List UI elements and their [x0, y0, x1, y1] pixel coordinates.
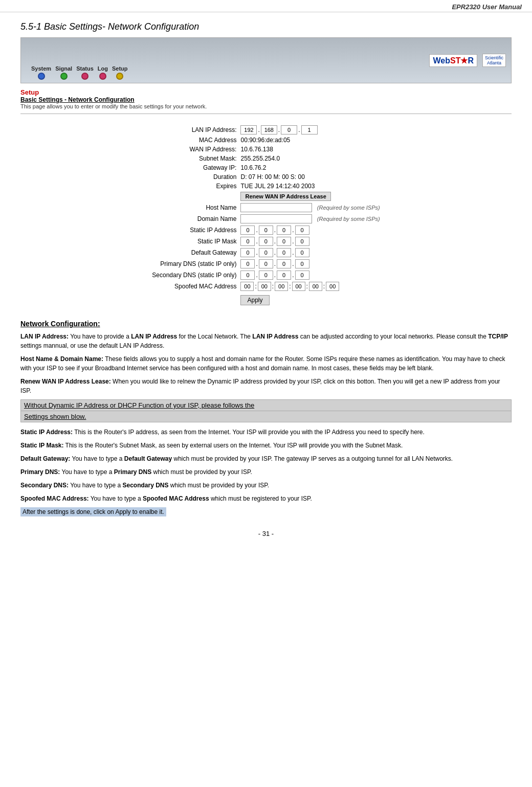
nav-tab-status[interactable]: Status	[76, 65, 94, 83]
static-mask-octet1[interactable]	[240, 237, 255, 246]
nav-tab-signal[interactable]: Signal	[55, 65, 72, 83]
nav-bar: System Signal Status Log Setup WebST★R	[20, 37, 512, 83]
nav-tab-setup[interactable]: Setup	[112, 65, 128, 83]
lan-ip-octet4[interactable]	[301, 125, 318, 134]
para-lan-ip-text3: can be adjusted according to your local …	[298, 333, 488, 340]
nav-dot-log	[99, 73, 106, 80]
para-static-ip-text: This is the Router's IP address, as seen…	[74, 429, 425, 436]
apply-button[interactable]: Apply	[240, 295, 269, 305]
static-mask-label: Static IP Mask	[150, 236, 238, 247]
spoof-mac-label: Spoofed MAC Address	[150, 281, 238, 292]
duration-value: D: 07 H: 00 M: 00 S: 00	[238, 172, 382, 182]
nav-tab-signal-label: Signal	[55, 65, 72, 72]
subnet-value: 255.255.254.0	[238, 154, 382, 163]
gateway-label: Gateway IP:	[150, 163, 238, 172]
page-title: 5.5-1 Basic Settings- Network Configurat…	[0, 12, 532, 37]
spoof-mac-group-cell: : : : : :	[238, 281, 382, 292]
row-host: Host Name (Required by some ISPs)	[150, 202, 382, 213]
wan-ip-label: WAN IP Address:	[150, 145, 238, 154]
ip-sep1: .	[258, 126, 259, 133]
webstar-logo: WebST★R	[429, 54, 477, 67]
static-mask-octet2[interactable]	[259, 237, 273, 246]
renew-address-lease-button[interactable]: Renew WAN IP Address Lease	[240, 192, 330, 201]
mac-octet3[interactable]	[275, 282, 288, 291]
def-gw-octet1[interactable]	[240, 248, 255, 257]
static-mask-group: . . .	[240, 237, 380, 246]
para-pri-dns-bold: Primary DNS	[114, 468, 151, 476]
nav-tab-log[interactable]: Log	[98, 65, 108, 83]
static-mask-octet4[interactable]	[295, 237, 309, 246]
mac-octet4[interactable]	[292, 282, 305, 291]
mac-label: MAC Address	[150, 136, 238, 145]
ip-sep3: .	[298, 126, 300, 133]
domain-label: Domain Name	[150, 213, 238, 224]
lan-ip-octet1[interactable]	[240, 125, 257, 134]
static-ip-group: . . .	[240, 226, 380, 235]
sec-dns-octet4[interactable]	[295, 271, 309, 280]
mac-octet1[interactable]	[240, 282, 254, 291]
para-sec-dns: Secondary DNS: You have to type a Second…	[20, 481, 512, 490]
para-default-gw-text1: You have to type a	[72, 455, 124, 462]
nav-dot-signal	[60, 73, 68, 80]
para-static-mask: Static IP Mask: This is the Router's Sub…	[20, 441, 512, 450]
wan-ip-value: 10.6.76.138	[238, 145, 382, 154]
para-static-ip-label: Static IP Address:	[20, 429, 73, 436]
static-ip-octet3[interactable]	[277, 226, 291, 235]
config-table: LAN IP Address: . . . MAC Address	[150, 124, 382, 306]
static-ip-octet4[interactable]	[295, 226, 309, 235]
static-ip-octet2[interactable]	[259, 226, 273, 235]
nav-tab-system-label: System	[31, 65, 51, 72]
lan-ip-octet3[interactable]	[281, 125, 297, 134]
static-mask-octet3[interactable]	[277, 237, 291, 246]
mac-octet5[interactable]	[309, 282, 322, 291]
lan-ip-label: LAN IP Address:	[150, 124, 238, 136]
row-subnet: Subnet Mask: 255.255.254.0	[150, 154, 382, 163]
row-renew: Renew WAN IP Address Lease	[150, 191, 382, 202]
host-name-input[interactable]	[240, 203, 312, 212]
spoof-mac-group: : : : : :	[240, 282, 380, 291]
ip-sep2: .	[278, 126, 280, 133]
row-spoof-mac: Spoofed MAC Address : : : : :	[150, 281, 382, 292]
pri-dns-octet1[interactable]	[240, 259, 255, 268]
sec-dns-octet2[interactable]	[259, 271, 273, 280]
static-ip-octet1[interactable]	[240, 226, 255, 235]
setup-breadcrumb: Basic Settings - Network Configuration	[20, 96, 512, 103]
row-static-mask: Static IP Mask . . .	[150, 236, 382, 247]
renew-btn-cell: Renew WAN IP Address Lease	[238, 191, 382, 202]
para-default-gw: Default Gateway: You have to type a Defa…	[20, 454, 512, 463]
pri-dns-octet2[interactable]	[259, 259, 273, 268]
row-expires: Expires TUE JUL 29 14:12:40 2003	[150, 182, 382, 191]
sec-dns-octet3[interactable]	[277, 271, 291, 280]
def-gw-octet2[interactable]	[259, 248, 273, 257]
host-note: (Required by some ISPs)	[314, 205, 380, 211]
para-sec-dns-bold: Secondary DNS	[122, 482, 168, 489]
para-lan-ip-text4: settings mannual, or use the default LAN…	[20, 342, 164, 349]
pri-dns-octet3[interactable]	[277, 259, 291, 268]
pri-dns-label: Primary DNS (static IP only)	[150, 258, 238, 269]
lan-ip-octet2[interactable]	[261, 125, 277, 134]
expires-value: TUE JUL 29 14:12:40 2003	[238, 182, 382, 191]
setup-section: Setup Basic Settings - Network Configura…	[20, 83, 512, 114]
nav-right: WebST★R ScientificAtlanta	[429, 54, 511, 67]
page-footer: - 31 -	[0, 525, 532, 543]
mac-octet6[interactable]	[326, 282, 339, 291]
domain-name-input[interactable]	[240, 214, 312, 223]
row-domain: Domain Name (Required by some ISPs)	[150, 213, 382, 224]
sec-dns-octet1[interactable]	[240, 271, 255, 280]
nav-tab-system[interactable]: System	[31, 65, 51, 83]
nav-dot-setup	[116, 73, 123, 80]
host-input-cell: (Required by some ISPs)	[238, 202, 382, 213]
para-lan-ip-label: LAN IP Address:	[20, 333, 69, 340]
pri-dns-octet4[interactable]	[295, 259, 309, 268]
nav-dot-status	[81, 73, 88, 80]
def-gw-octet4[interactable]	[295, 248, 309, 257]
mac-value: 00:90:96:de:ad:05	[238, 136, 382, 145]
highlight-box1-text: Without Dynamic IP Address or DHCP Funct…	[24, 401, 254, 409]
nav-dot-system	[38, 73, 45, 80]
def-gw-octet3[interactable]	[277, 248, 291, 257]
row-apply: Apply	[150, 292, 382, 306]
expires-label: Expires	[150, 182, 238, 191]
network-config-heading: Network Configuration:	[20, 320, 512, 328]
row-duration: Duration D: 07 H: 00 M: 00 S: 00	[150, 172, 382, 182]
mac-octet2[interactable]	[258, 282, 271, 291]
